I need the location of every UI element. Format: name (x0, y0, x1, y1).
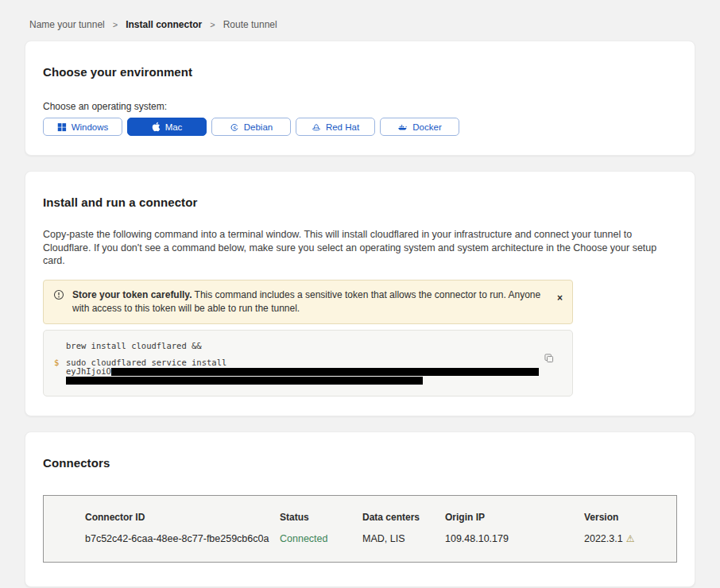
data-centers-value: MAD, LIS (362, 533, 445, 544)
install-description: Copy-paste the following command into a … (43, 228, 677, 268)
token-warning-text: Store your token carefully. This command… (72, 288, 549, 315)
windows-icon (57, 122, 67, 132)
code-text-lines: sudo cloudflared service install eyJhIjo… (66, 358, 539, 385)
os-button-group: Windows Mac Debian Red Hat (43, 118, 677, 136)
install-card-title: Install and run a connector (43, 195, 677, 209)
debian-icon (230, 122, 239, 132)
token-warning-lead: Store your token carefully. (72, 289, 192, 300)
connectors-table: Connector ID Status Data centers Origin … (43, 495, 677, 563)
environment-card-title: Choose your environment (43, 65, 677, 79)
connectors-card: Connectors Connector ID Status Data cent… (25, 431, 695, 587)
table-row: b7c52c42-6caa-48ee-8c77-fbe259cb6c0a Con… (44, 533, 676, 544)
column-header-version: Version (584, 512, 676, 523)
apple-icon (152, 122, 161, 132)
os-button-mac[interactable]: Mac (127, 118, 207, 136)
info-icon (53, 289, 64, 304)
os-button-label: Windows (72, 122, 109, 132)
breadcrumb-step-route-tunnel[interactable]: Route tunnel (223, 19, 277, 30)
redhat-icon (312, 122, 321, 132)
code-gutter (54, 342, 66, 350)
install-command-code-block: brew install cloudflared && $ sudo cloud… (43, 330, 573, 397)
origin-ip-value: 109.48.10.179 (445, 533, 584, 544)
connectors-card-title: Connectors (43, 456, 677, 470)
os-button-windows[interactable]: Windows (43, 118, 122, 136)
column-header-status: Status (280, 512, 362, 523)
breadcrumb-step-name-your-tunnel[interactable]: Name your tunnel (29, 19, 105, 30)
redacted-token-bar-2 (66, 377, 423, 385)
os-button-label: Mac (165, 122, 183, 132)
install-card: Install and run a connector Copy-paste t… (25, 171, 695, 416)
breadcrumb-step-install-connector[interactable]: Install connector (126, 19, 202, 30)
version-value: 2022.3.1⚠ (584, 533, 676, 544)
table-header-row: Connector ID Status Data centers Origin … (44, 512, 676, 523)
copy-icon[interactable] (544, 353, 555, 366)
os-button-label: Debian (244, 122, 273, 132)
code-line-sudo: $ sudo cloudflared service install eyJhI… (54, 358, 562, 385)
status-badge: Connected (280, 533, 362, 544)
breadcrumb-separator: > (113, 20, 118, 29)
docker-icon (397, 122, 408, 132)
environment-card: Choose your environment Choose an operat… (25, 41, 695, 156)
shell-prompt: $ (54, 358, 66, 385)
version-warning-icon: ⚠ (626, 533, 635, 544)
column-header-data-centers: Data centers (362, 512, 445, 523)
os-button-docker[interactable]: Docker (380, 118, 459, 136)
os-button-label: Docker (412, 122, 441, 132)
code-text-line1: brew install cloudflared && (66, 342, 202, 350)
version-number: 2022.3.1 (584, 533, 623, 544)
os-button-debian[interactable]: Debian (211, 118, 291, 136)
breadcrumb-separator: > (210, 20, 215, 29)
connector-id-value: b7c52c42-6caa-48ee-8c77-fbe259cb6c0a (85, 533, 280, 544)
token-warning-callout: Store your token carefully. This command… (43, 280, 573, 324)
column-header-origin-ip: Origin IP (445, 512, 584, 523)
os-select-label: Choose an operating system: (43, 101, 677, 112)
breadcrumb: Name your tunnel > Install connector > R… (25, 0, 695, 41)
redacted-token-bar-1 (111, 368, 539, 376)
os-button-redhat[interactable]: Red Hat (296, 118, 375, 136)
code-line-brew: brew install cloudflared && (54, 342, 562, 350)
code-token-prefix: eyJhIjoiO (66, 366, 111, 376)
os-button-label: Red Hat (326, 122, 359, 132)
column-header-connector-id: Connector ID (85, 512, 280, 523)
page: Name your tunnel > Install connector > R… (0, 0, 720, 588)
close-icon[interactable]: × (557, 293, 563, 303)
